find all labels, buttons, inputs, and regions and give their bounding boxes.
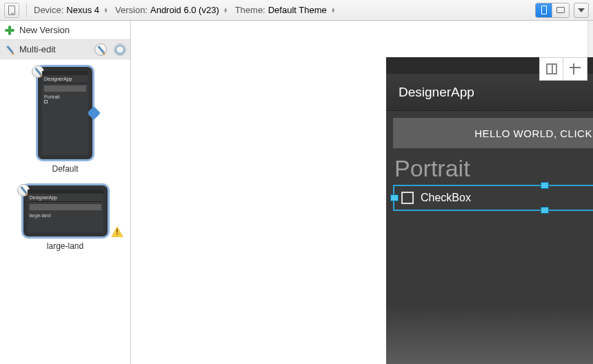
new-version-label: New Version xyxy=(19,25,70,35)
thumb-app-title: DesignerApp xyxy=(28,194,103,202)
pencil-icon xyxy=(94,43,108,57)
thumb-text: Portrait xyxy=(42,94,88,100)
version-label: Version: xyxy=(115,5,148,15)
preview-gradient xyxy=(386,305,593,364)
layout-grid-icon xyxy=(546,63,557,74)
selection-handle-top[interactable] xyxy=(541,182,549,189)
design-canvas[interactable]: 6:00 DesignerApp HELLO WORLD, CLICK ME! … xyxy=(131,21,587,364)
checkbox-widget-selected[interactable]: CheckBox xyxy=(393,185,593,211)
thumb-text: large-land xyxy=(28,212,103,219)
designer-toolbar: Device: Nexus 4 ▲▼ Version: Android 6.0 … xyxy=(0,0,593,21)
updown-icon: ▲▼ xyxy=(331,8,336,13)
multi-edit-edit-button[interactable] xyxy=(94,43,107,56)
thumb-device-frame: DesignerApp Portrait xyxy=(36,65,94,161)
checkbox-icon xyxy=(401,192,414,204)
device-preview: 6:00 DesignerApp HELLO WORLD, CLICK ME! … xyxy=(386,57,593,364)
config-thumb-large-land[interactable]: DesignerApp large-land large-land xyxy=(0,183,130,251)
device-icon xyxy=(8,6,15,15)
plus-icon xyxy=(4,25,15,36)
device-frame-toggle[interactable] xyxy=(4,3,19,18)
portrait-textview[interactable]: Portrait xyxy=(393,155,593,182)
toolbar-right-group xyxy=(535,3,589,18)
version-value: Android 6.0 (v23) xyxy=(150,5,219,15)
device-value: Nexus 4 xyxy=(66,5,99,15)
multi-edit-button[interactable]: Multi-edit xyxy=(0,40,130,59)
multi-edit-label: Multi-edit xyxy=(19,44,56,54)
device-label: Device: xyxy=(34,5,63,15)
updown-icon: ▲▼ xyxy=(223,8,228,13)
thumb-caption: Default xyxy=(52,164,78,174)
warning-badge xyxy=(111,226,123,239)
theme-selector[interactable]: Theme: Default Theme ▲▼ xyxy=(235,5,336,15)
app-title: DesignerApp xyxy=(399,85,474,100)
thumb-selected-marker xyxy=(87,106,101,120)
config-thumbnails: DesignerApp Portrait Default xyxy=(0,59,130,364)
selection-handle-left[interactable] xyxy=(390,194,399,201)
preview-content: HELLO WORLD, CLICK ME! Portrait CheckBox xyxy=(386,111,593,218)
theme-label: Theme: xyxy=(235,5,265,15)
layout-grid-button[interactable] xyxy=(540,58,563,80)
checkbox-label: CheckBox xyxy=(421,192,471,204)
theme-value: Default Theme xyxy=(268,5,327,15)
hello-world-label: HELLO WORLD, CLICK ME! xyxy=(474,128,593,139)
canvas-inspector-buttons xyxy=(539,57,587,81)
new-version-button[interactable]: New Version xyxy=(0,21,130,40)
layout-bounds-icon xyxy=(570,63,581,74)
toolbar-separator xyxy=(26,3,27,17)
orientation-landscape-button[interactable] xyxy=(552,3,569,17)
layout-bounds-button[interactable] xyxy=(563,58,587,80)
orientation-segment xyxy=(535,3,570,18)
thumb-caption: large-land xyxy=(47,241,83,251)
chevron-down-icon xyxy=(578,8,585,12)
phone-landscape-icon xyxy=(556,7,565,13)
warning-icon xyxy=(111,226,123,237)
selection-handle-bottom[interactable] xyxy=(541,207,549,214)
config-thumb-default[interactable]: DesignerApp Portrait Default xyxy=(0,65,130,174)
device-selector[interactable]: Device: Nexus 4 ▲▼ xyxy=(34,5,108,15)
thumb-device-frame: DesignerApp large-land xyxy=(21,183,110,239)
config-side-panel: New Version Multi-edit xyxy=(0,21,131,364)
orientation-portrait-button[interactable] xyxy=(536,3,552,17)
ring-icon xyxy=(115,45,125,54)
pencil-icon xyxy=(2,41,18,57)
version-selector[interactable]: Version: Android 6.0 (v23) ▲▼ xyxy=(115,5,228,15)
phone-portrait-icon xyxy=(541,6,547,14)
updown-icon: ▲▼ xyxy=(103,8,108,13)
multi-edit-ring-button[interactable] xyxy=(114,43,126,56)
thumb-app-title: DesignerApp xyxy=(42,75,88,83)
hello-world-button[interactable]: HELLO WORLD, CLICK ME! xyxy=(393,118,593,148)
toolbar-overflow-button[interactable] xyxy=(574,3,589,18)
